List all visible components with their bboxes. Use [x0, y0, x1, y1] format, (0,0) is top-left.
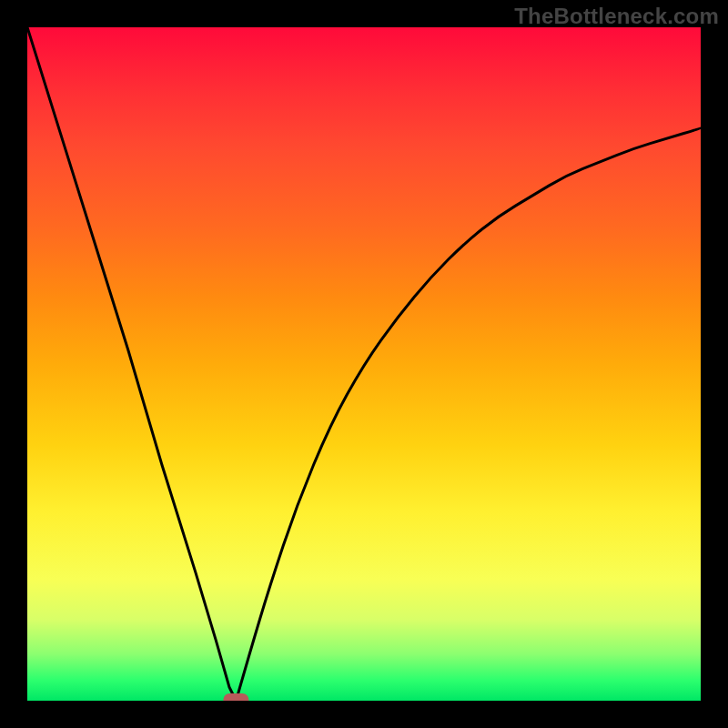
watermark-text: TheBottleneck.com	[514, 4, 719, 29]
chart-frame: TheBottleneck.com	[0, 0, 728, 728]
left-branch-line	[27, 27, 236, 701]
plot-area	[27, 27, 701, 701]
curve-svg	[27, 27, 701, 701]
minimum-marker	[223, 693, 248, 701]
right-branch-line	[236, 128, 701, 701]
